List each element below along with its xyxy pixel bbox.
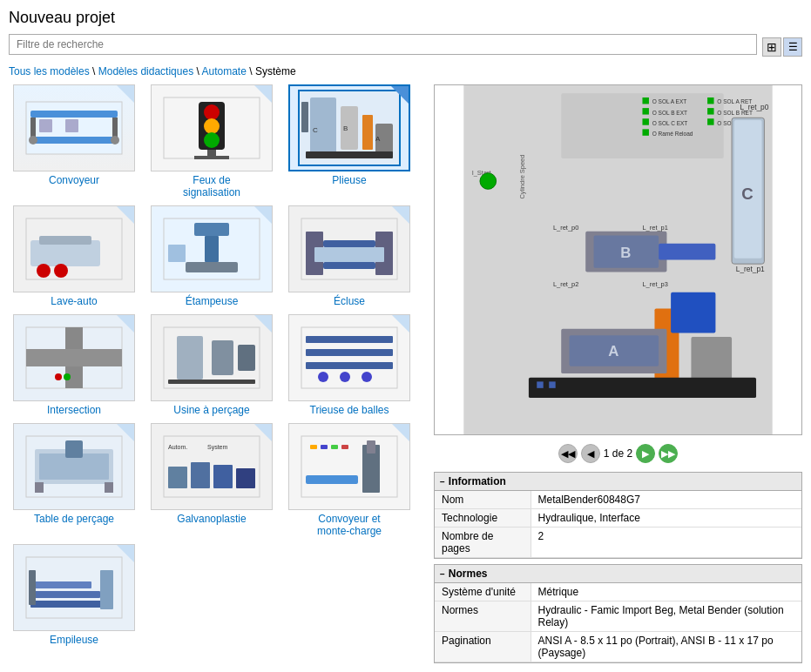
template-usine-label[interactable]: Usine à perçage	[173, 404, 249, 416]
svg-point-5	[29, 136, 37, 144]
prev-first-button[interactable]: ◀◀	[558, 444, 578, 463]
svg-rect-8	[65, 119, 78, 132]
template-laveauto[interactable]: Lave-auto	[9, 205, 139, 307]
search-input[interactable]	[9, 34, 757, 55]
info-section: − Information NomMetalBender60848G7Techn…	[434, 472, 802, 559]
template-plieuse-label[interactable]: Plieuse	[332, 174, 366, 186]
page-label: 1 de 2	[604, 447, 632, 460]
template-convoyeur-label[interactable]: Convoyeur	[49, 174, 99, 186]
svg-rect-55	[306, 349, 393, 356]
template-intersection-label[interactable]: Intersection	[47, 404, 101, 416]
svg-rect-85	[100, 570, 113, 609]
normes-section: − Normes Système d'unitéMétriqueNormesHy…	[434, 564, 802, 663]
svg-rect-99	[707, 118, 713, 124]
template-usine[interactable]: Usine à perçage	[146, 314, 277, 416]
template-galvano[interactable]: Autom. System Galvanoplastie	[146, 423, 277, 537]
svg-rect-114	[659, 244, 715, 260]
template-intersection[interactable]: Intersection	[9, 314, 139, 416]
svg-rect-126	[537, 381, 543, 387]
template-galvano-label[interactable]: Galvanoplastie	[177, 513, 246, 525]
template-feux[interactable]: Feux de signalisation	[146, 84, 277, 198]
svg-point-47	[64, 373, 71, 380]
svg-rect-33	[205, 236, 219, 262]
svg-text:A: A	[608, 343, 618, 360]
svg-rect-125	[671, 292, 715, 333]
svg-rect-22	[301, 102, 308, 132]
svg-rect-54	[306, 336, 393, 343]
svg-text:O SOL A EXT: O SOL A EXT	[652, 98, 687, 104]
svg-rect-82	[30, 601, 109, 608]
svg-rect-80	[341, 445, 348, 449]
template-conveyor2-label[interactable]: Convoyeur et monte-charge	[317, 513, 382, 537]
next-last-button[interactable]: ▶▶	[659, 444, 678, 463]
info-row: NomMetalBender60848G7	[435, 491, 801, 509]
svg-rect-7	[39, 119, 52, 132]
svg-text:Cylindre Speed: Cylindre Speed	[518, 155, 526, 199]
svg-rect-70	[236, 468, 255, 488]
template-empileuse-label[interactable]: Empileuse	[50, 634, 98, 646]
svg-text:Autom.: Autom.	[168, 444, 187, 450]
page-title: Nouveau projet	[9, 9, 802, 27]
template-etampeuse[interactable]: Étampeuse	[146, 205, 277, 307]
breadcrumb: Tous les modèles \ Modèles didactiques \…	[9, 65, 802, 77]
svg-text:L_ret_p1: L_ret_p1	[736, 265, 765, 273]
svg-text:L_ret_p0: L_ret_p0	[740, 103, 768, 111]
info-row: Nombre de pages2	[435, 528, 801, 558]
grid-view-icon[interactable]: ⊞	[762, 37, 781, 57]
svg-rect-97	[642, 118, 648, 124]
svg-rect-28	[39, 236, 91, 245]
svg-rect-4	[112, 118, 118, 137]
svg-rect-15	[194, 156, 229, 159]
normes-table: Système d'unitéMétriqueNormesHydraulic -…	[435, 583, 801, 662]
svg-text:B: B	[343, 124, 348, 132]
svg-text:System: System	[207, 444, 228, 451]
template-ecluse[interactable]: Écluse	[284, 205, 415, 307]
svg-text:L_ret_p2: L_ret_p2	[553, 280, 578, 288]
prev-button[interactable]: ◀	[581, 444, 600, 463]
normes-row: Système d'unitéMétrique	[435, 583, 801, 601]
template-table[interactable]: Table de perçage	[9, 423, 139, 537]
template-feux-label[interactable]: Feux de signalisation	[183, 174, 240, 198]
template-etampeuse-label[interactable]: Étampeuse	[186, 295, 239, 307]
svg-rect-34	[186, 262, 238, 272]
list-view-icon[interactable]: ☰	[783, 37, 802, 57]
svg-point-46	[55, 373, 62, 380]
normes-collapse-icon[interactable]: −	[440, 569, 445, 579]
template-convoyeur[interactable]: Convoyeur	[9, 84, 139, 198]
svg-point-59	[362, 372, 372, 382]
template-table-label[interactable]: Table de perçage	[34, 513, 114, 525]
svg-rect-63	[65, 440, 83, 458]
svg-rect-64	[35, 482, 44, 493]
next-button[interactable]: ▶	[636, 444, 655, 463]
svg-text:O SOL C EXT: O SOL C EXT	[652, 120, 688, 126]
svg-point-12	[204, 118, 220, 134]
svg-rect-74	[306, 475, 358, 484]
svg-rect-89	[642, 97, 648, 104]
pagination: ◀◀ ◀ 1 de 2 ▶ ▶▶	[434, 440, 802, 467]
info-collapse-icon[interactable]: −	[440, 477, 445, 487]
svg-point-29	[37, 264, 51, 278]
svg-rect-83	[30, 591, 100, 598]
svg-rect-69	[213, 465, 233, 488]
svg-rect-68	[191, 462, 210, 488]
svg-rect-35	[168, 245, 186, 262]
svg-text:C: C	[313, 126, 318, 134]
template-conveyor2[interactable]: Convoyeur et monte-charge	[284, 423, 415, 537]
svg-text:C: C	[741, 185, 753, 203]
template-trieuse[interactable]: Trieuse de balles	[284, 314, 415, 416]
svg-text:L_ret_p3: L_ret_p3	[642, 280, 667, 288]
template-trieuse-label[interactable]: Trieuse de balles	[310, 404, 389, 416]
template-plieuse[interactable]: C B A Plieuse	[284, 84, 415, 198]
svg-rect-76	[367, 440, 375, 454]
template-empileuse[interactable]: Empileuse	[9, 544, 139, 646]
svg-rect-127	[549, 381, 555, 387]
svg-text:A: A	[375, 135, 381, 143]
svg-rect-3	[30, 118, 36, 137]
svg-point-30	[54, 264, 68, 278]
svg-rect-78	[321, 445, 328, 449]
svg-rect-93	[642, 108, 648, 114]
template-laveauto-label[interactable]: Lave-auto	[51, 295, 97, 307]
normes-row: NormesHydraulic - Famic Import Beg, Meta…	[435, 601, 801, 632]
template-ecluse-label[interactable]: Écluse	[334, 295, 365, 307]
svg-point-58	[340, 372, 350, 382]
